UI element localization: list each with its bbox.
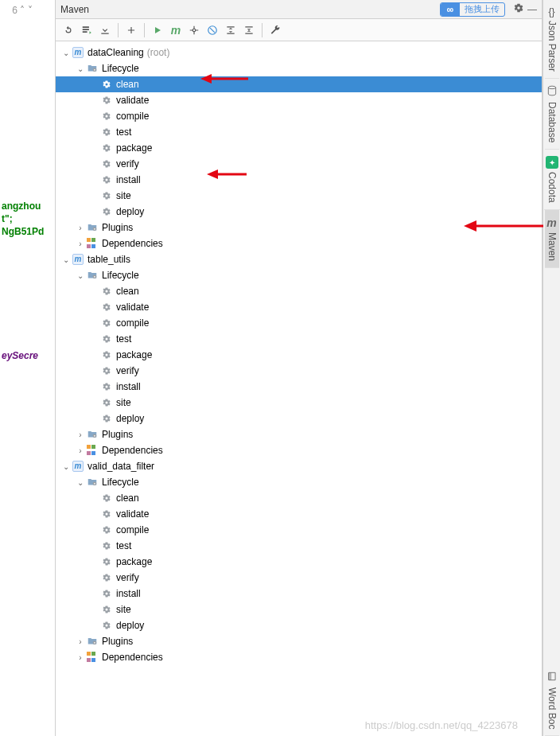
tree-node-valid_data_filter[interactable]: ⌄mvalid_data_filter xyxy=(56,458,542,474)
tree-node-plugins[interactable]: ›Plugins xyxy=(56,633,542,649)
tree-node-compile[interactable]: compile xyxy=(56,522,542,538)
tree-node-clean[interactable]: clean xyxy=(56,490,542,506)
tree-node-verify[interactable]: verify xyxy=(56,156,542,172)
svg-point-9 xyxy=(94,228,95,230)
tree-node-validate[interactable]: validate xyxy=(56,299,542,315)
tree-node-install[interactable]: install xyxy=(56,172,542,188)
editor-gutter: 6 ˄ ˅ angzhou t"; NgB51Pd eySecre xyxy=(0,0,56,736)
tree-node-deploy[interactable]: deploy xyxy=(56,204,542,220)
chevron-down-icon[interactable]: ⌄ xyxy=(60,255,72,264)
tab-json-parser[interactable]: {} Json Parser xyxy=(545,0,559,79)
gear-icon[interactable] xyxy=(513,2,524,16)
chevron-down-icon[interactable]: ⌄ xyxy=(75,478,86,487)
tree-node-install[interactable]: install xyxy=(56,586,542,602)
tree-node-plugins[interactable]: ›Plugins xyxy=(56,220,542,236)
node-label: validate xyxy=(116,302,149,313)
collapse-button[interactable] xyxy=(223,22,239,38)
upload-chip[interactable]: ∞ 拖拽上传 xyxy=(440,2,505,17)
tree-node-lifecycle[interactable]: ⌄Lifecycle xyxy=(56,474,542,490)
tree-node-test[interactable]: test xyxy=(56,538,542,554)
tab-word-book[interactable]: Word Boc xyxy=(545,664,559,736)
fold-chevron-icon[interactable]: ˅ xyxy=(28,5,33,16)
profiles-button[interactable] xyxy=(186,22,202,38)
chevron-down-icon[interactable]: ⌄ xyxy=(75,64,86,73)
tree-node-datacleaning[interactable]: ⌄mdataCleaning(root) xyxy=(56,45,542,60)
tree-node-site[interactable]: site xyxy=(56,602,542,617)
chevron-down-icon[interactable]: ⌄ xyxy=(75,271,86,280)
chevron-right-icon[interactable]: › xyxy=(75,637,86,646)
tree-node-install[interactable]: install xyxy=(56,379,542,395)
tree-node-clean[interactable]: clean xyxy=(56,76,542,92)
refresh-button[interactable] xyxy=(60,22,76,38)
tree-node-compile[interactable]: compile xyxy=(56,315,542,331)
node-label: Dependencies xyxy=(102,652,163,663)
node-label: verify xyxy=(116,365,139,376)
tree-node-dependencies[interactable]: ›Dependencies xyxy=(56,442,542,458)
gear-icon xyxy=(100,539,113,552)
tab-database[interactable]: Database xyxy=(545,79,559,150)
toolbar: m xyxy=(56,19,542,41)
tree-node-site[interactable]: site xyxy=(56,395,542,411)
tree-node-lifecycle[interactable]: ⌄Lifecycle xyxy=(56,267,542,283)
gear-icon xyxy=(100,587,113,600)
tree-node-dependencies[interactable]: ›Dependencies xyxy=(56,649,542,665)
node-label: site xyxy=(116,190,131,201)
tree-node-plugins[interactable]: ›Plugins xyxy=(56,426,542,442)
tab-codota[interactable]: ✦ Codota xyxy=(544,150,560,210)
tree-node-test[interactable]: test xyxy=(56,124,542,140)
tree-node-lifecycle[interactable]: ⌄Lifecycle xyxy=(56,60,542,76)
gear-icon xyxy=(100,110,113,123)
tree-node-site[interactable]: site xyxy=(56,188,542,204)
node-label: clean xyxy=(116,493,139,504)
node-label: Plugins xyxy=(102,429,133,440)
chevron-right-icon[interactable]: › xyxy=(75,446,86,455)
separator xyxy=(262,23,262,37)
code-fragment: t"; xyxy=(2,213,53,224)
node-label: test xyxy=(116,333,131,345)
node-label: valid_data_filter xyxy=(88,461,154,472)
node-label: validate xyxy=(116,508,149,520)
tree-node-deploy[interactable]: deploy xyxy=(56,411,542,426)
wrench-icon[interactable] xyxy=(267,22,283,38)
svg-point-7 xyxy=(94,69,95,71)
skip-tests-button[interactable] xyxy=(204,22,220,38)
tree-node-compile[interactable]: compile xyxy=(56,108,542,124)
node-label: compile xyxy=(116,111,149,122)
chevron-right-icon[interactable]: › xyxy=(75,239,86,248)
tree-node-package[interactable]: package xyxy=(56,554,542,570)
chevron-right-icon[interactable]: › xyxy=(75,653,86,662)
execute-goal-button[interactable]: m xyxy=(168,22,184,38)
run-button[interactable] xyxy=(150,22,165,38)
chevron-right-icon[interactable]: › xyxy=(75,430,86,439)
tree-node-test[interactable]: test xyxy=(56,331,542,347)
tab-maven[interactable]: m Maven xyxy=(545,210,559,268)
minimize-icon[interactable]: — xyxy=(527,4,537,15)
tree-node-clean[interactable]: clean xyxy=(56,283,542,299)
tree-node-verify[interactable]: verify xyxy=(56,570,542,586)
tree-node-deploy[interactable]: deploy xyxy=(56,617,542,633)
tree-node-dependencies[interactable]: ›Dependencies xyxy=(56,236,542,251)
node-label: Dependencies xyxy=(102,445,163,456)
svg-point-0 xyxy=(192,29,196,32)
add-button[interactable] xyxy=(123,22,139,38)
expand-button[interactable] xyxy=(241,22,257,38)
tab-label: Word Boc xyxy=(546,687,558,729)
generate-button[interactable] xyxy=(79,22,95,38)
node-label: test xyxy=(116,127,131,138)
fold-chevron-icon[interactable]: ˄ xyxy=(20,5,25,16)
project-tree[interactable]: ⌄mdataCleaning(root)⌄Lifecyclecleanvalid… xyxy=(56,41,542,736)
tree-node-verify[interactable]: verify xyxy=(56,363,542,379)
tree-node-validate[interactable]: validate xyxy=(56,506,542,522)
chevron-down-icon[interactable]: ⌄ xyxy=(60,462,72,471)
panel-title: Maven xyxy=(60,4,440,15)
tree-node-table_utils[interactable]: ⌄mtable_utils xyxy=(56,251,542,267)
download-button[interactable] xyxy=(97,22,113,38)
tree-node-package[interactable]: package xyxy=(56,140,542,156)
chevron-right-icon[interactable]: › xyxy=(75,224,86,232)
module-icon: m xyxy=(72,460,84,473)
tab-label: Database xyxy=(546,102,558,142)
svg-point-13 xyxy=(94,435,95,437)
tree-node-validate[interactable]: validate xyxy=(56,92,542,108)
tree-node-package[interactable]: package xyxy=(56,347,542,363)
chevron-down-icon[interactable]: ⌄ xyxy=(60,49,72,57)
